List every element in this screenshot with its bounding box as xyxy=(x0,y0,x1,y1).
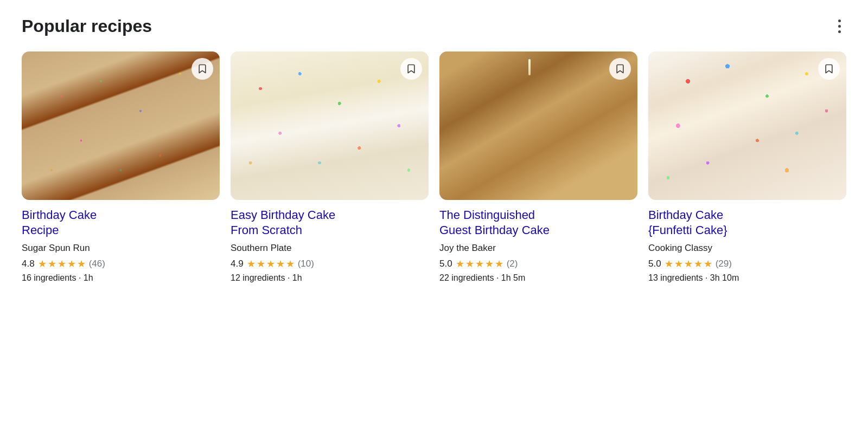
card-rating: 5.0 ★★★★★ (29) xyxy=(648,258,846,270)
star-icon: ★ xyxy=(665,258,673,270)
star-icon: ★ xyxy=(456,258,464,270)
star-icon: ★ xyxy=(48,258,56,270)
card-source: Joy the Baker xyxy=(439,243,637,254)
star-icon: ★ xyxy=(67,258,76,270)
card-rating: 4.9 ★★★★★ (10) xyxy=(231,258,429,270)
bookmark-icon xyxy=(406,63,417,74)
card-image-wrap xyxy=(648,51,846,200)
star-icon: ★ xyxy=(475,258,484,270)
card-meta: 12 ingredients · 1h xyxy=(231,273,429,283)
star-icon: ★ xyxy=(58,258,66,270)
star-icon: ★ xyxy=(465,258,474,270)
card-title: Easy Birthday CakeFrom Scratch xyxy=(231,208,429,238)
recipe-card-3[interactable]: The DistinguishedGuest Birthday Cake Joy… xyxy=(439,51,637,283)
rating-value: 4.8 xyxy=(22,258,35,269)
bookmark-button[interactable] xyxy=(818,58,840,80)
card-rating: 4.8 ★★★★★ (46) xyxy=(22,258,220,270)
star-icon: ★ xyxy=(674,258,683,270)
bookmark-button[interactable] xyxy=(609,58,631,80)
stars-container: ★★★★★ xyxy=(665,258,712,270)
bookmark-button[interactable] xyxy=(192,58,213,80)
star-icon: ★ xyxy=(38,258,47,270)
card-meta: 13 ingredients · 3h 10m xyxy=(648,273,846,283)
bookmark-icon xyxy=(615,63,626,74)
card-source: Cooking Classy xyxy=(648,243,846,254)
recipe-image xyxy=(231,51,429,200)
stars-container: ★★★★★ xyxy=(456,258,503,270)
page-title: Popular recipes xyxy=(22,16,152,36)
star-icon: ★ xyxy=(286,258,295,270)
card-image-wrap xyxy=(439,51,637,200)
star-icon: ★ xyxy=(704,258,712,270)
card-source: Southern Plate xyxy=(231,243,429,254)
recipe-image xyxy=(648,51,846,200)
card-rating: 5.0 ★★★★★ (2) xyxy=(439,258,637,270)
star-icon: ★ xyxy=(694,258,703,270)
card-image-wrap xyxy=(231,51,429,200)
bookmark-button[interactable] xyxy=(400,58,422,80)
card-meta: 22 ingredients · 1h 5m xyxy=(439,273,637,283)
card-source: Sugar Spun Run xyxy=(22,243,220,254)
bookmark-icon xyxy=(197,63,208,74)
star-icon: ★ xyxy=(276,258,285,270)
card-title: Birthday Cake{Funfetti Cake} xyxy=(648,208,846,238)
card-title: The DistinguishedGuest Birthday Cake xyxy=(439,208,637,238)
recipe-image xyxy=(22,51,220,200)
review-count: (29) xyxy=(716,258,732,269)
more-options-button[interactable] xyxy=(833,17,846,35)
dot1 xyxy=(838,20,841,22)
recipe-image xyxy=(439,51,637,200)
star-icon: ★ xyxy=(485,258,494,270)
card-meta: 16 ingredients · 1h xyxy=(22,273,220,283)
star-icon: ★ xyxy=(257,258,265,270)
recipes-grid: Birthday CakeRecipe Sugar Spun Run 4.8 ★… xyxy=(22,51,846,283)
star-icon: ★ xyxy=(247,258,256,270)
recipe-card-4[interactable]: Birthday Cake{Funfetti Cake} Cooking Cla… xyxy=(648,51,846,283)
star-icon: ★ xyxy=(266,258,275,270)
rating-value: 4.9 xyxy=(231,258,244,269)
page-header: Popular recipes xyxy=(22,16,846,36)
star-icon: ★ xyxy=(77,258,86,270)
recipe-card-2[interactable]: Easy Birthday CakeFrom Scratch Southern … xyxy=(231,51,429,283)
card-title: Birthday CakeRecipe xyxy=(22,208,220,238)
dot3 xyxy=(838,30,841,33)
card-image-wrap xyxy=(22,51,220,200)
stars-container: ★★★★★ xyxy=(247,258,295,270)
review-count: (2) xyxy=(507,258,518,269)
star-icon: ★ xyxy=(495,258,503,270)
star-icon: ★ xyxy=(684,258,693,270)
recipe-card-1[interactable]: Birthday CakeRecipe Sugar Spun Run 4.8 ★… xyxy=(22,51,220,283)
rating-value: 5.0 xyxy=(439,258,452,269)
stars-container: ★★★★★ xyxy=(38,258,86,270)
review-count: (46) xyxy=(89,258,105,269)
rating-value: 5.0 xyxy=(648,258,661,269)
dot2 xyxy=(838,25,841,28)
bookmark-icon xyxy=(824,63,834,74)
review-count: (10) xyxy=(298,258,314,269)
